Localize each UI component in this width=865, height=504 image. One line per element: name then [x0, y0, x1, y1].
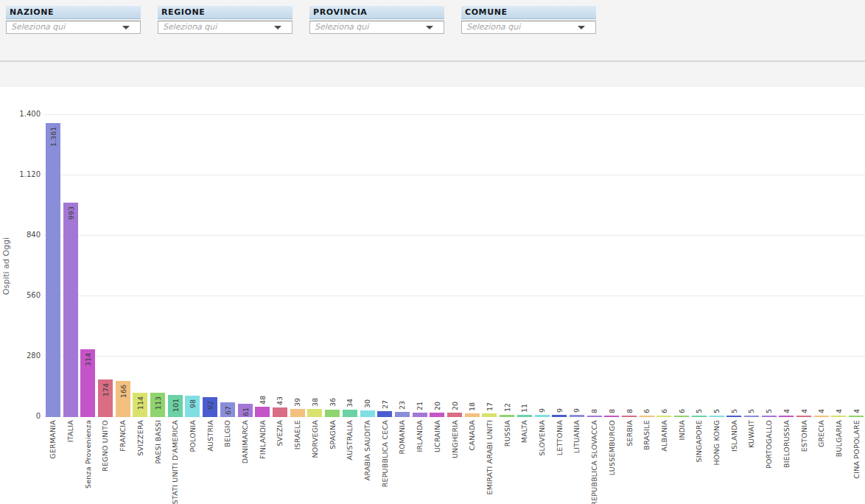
bar-emirati-arabi-uniti[interactable] [482, 413, 497, 417]
filter-dropdown-nazione[interactable]: Seleziona qui [6, 21, 141, 34]
bar-singapore[interactable] [692, 416, 707, 417]
bar-slot: 4 [778, 115, 796, 417]
x-axis-label: LETTONIA [556, 420, 564, 455]
chevron-down-icon [426, 26, 433, 29]
x-axis-label: SLOVENIA [538, 420, 546, 456]
bar-danimarca[interactable]: 61 [238, 404, 253, 417]
bar-svizzera[interactable]: 114 [133, 393, 147, 417]
x-label-slot: SPAGNA [323, 420, 341, 504]
bar-australia[interactable] [343, 410, 357, 417]
bar-hong-kong[interactable] [710, 416, 724, 417]
bar-serbia[interactable] [622, 416, 637, 417]
bar-repubblica-ceca[interactable] [377, 411, 392, 417]
x-axis-label: AUSTRIA [206, 420, 214, 452]
dropdown-placeholder: Seleziona qui [7, 21, 140, 33]
bar-slovenia[interactable] [535, 415, 550, 417]
bar-stati-uniti-d-america[interactable]: 101 [168, 395, 183, 417]
bar-norvegia[interactable] [307, 409, 322, 417]
x-axis-label: SERBIA [626, 420, 634, 447]
x-axis-label: ISRAELE [293, 420, 301, 449]
bar-canada[interactable] [465, 413, 480, 417]
bar-romania[interactable] [395, 412, 410, 417]
bar-repubblica-slovacca[interactable] [587, 416, 602, 417]
bar-slot: 4 [813, 115, 830, 417]
bar-value-label: 8 [590, 409, 598, 413]
bar-polonia[interactable]: 98 [185, 396, 200, 417]
bar-bulgaria[interactable] [831, 416, 846, 417]
x-label-slot: LUSSEMBURGO [603, 420, 621, 504]
filter-dropdown-regione[interactable]: Seleziona qui [158, 21, 293, 34]
x-axis-label: NORVEGIA [311, 420, 319, 458]
bar-spagna[interactable] [325, 410, 340, 418]
filter-dropdown-comune[interactable]: Seleziona qui [461, 21, 596, 34]
bar-cina-popolare[interactable] [849, 416, 864, 417]
bar-ucraina[interactable] [430, 413, 444, 417]
bar-slot: 4 [830, 115, 848, 417]
bar-value-label: 9 [572, 408, 581, 413]
toolbar-divider [0, 60, 865, 62]
filter-header-label: NAZIONE [6, 6, 141, 19]
bar-svezia[interactable] [273, 407, 287, 417]
bar-kuwait[interactable] [744, 416, 759, 417]
bar-senza-provenienza[interactable]: 314 [80, 349, 95, 417]
bar-value-label: 174 [101, 383, 109, 396]
x-label-slot: KUWAIT [743, 420, 760, 504]
bar-bielorussia[interactable] [779, 416, 794, 417]
bar-india[interactable] [674, 416, 689, 417]
bar-portogallo[interactable] [762, 416, 777, 417]
x-axis-label: SINGAPORE [695, 420, 703, 462]
bar-slot: 18 [463, 115, 481, 417]
bar-albania[interactable] [656, 416, 671, 417]
x-label-slot: SINGAPORE [690, 420, 708, 504]
bar-value-label: 8 [608, 409, 616, 413]
bar-estonia[interactable] [796, 416, 811, 417]
bar-lituania[interactable] [570, 415, 584, 417]
bar-ungheria[interactable] [447, 413, 462, 417]
bar-brasile[interactable] [640, 416, 654, 417]
bar-paesi-bassi[interactable]: 113 [150, 393, 165, 417]
guests-by-nation-chart: Ospiti ad Oggi 02805608401.1201.400 1.36… [0, 87, 865, 504]
bar-germania[interactable]: 1.361 [46, 123, 60, 417]
bar-israele[interactable] [290, 409, 305, 417]
x-label-slot: ISRAELE [289, 420, 307, 504]
bar-lettonia[interactable] [552, 415, 567, 417]
bar-russia[interactable] [500, 415, 514, 418]
bar-grecia[interactable] [814, 416, 829, 417]
x-label-slot: GERMANIA [44, 420, 62, 504]
bar-francia[interactable]: 166 [116, 381, 130, 417]
x-axis-label: BELGIO [223, 420, 231, 447]
bar-islanda[interactable] [726, 416, 741, 417]
x-axis-label: SVEZIA [276, 420, 284, 447]
x-label-slot: INDIA [673, 420, 690, 504]
x-label-slot: CINA POPOLARE [847, 420, 865, 504]
bar-italia[interactable]: 993 [63, 203, 78, 417]
bar-value-label: 6 [642, 409, 651, 413]
x-label-slot: UNGHERIA [446, 420, 463, 504]
bar-slot: 9 [550, 115, 568, 417]
bar-value-label: 1.361 [49, 127, 57, 147]
bar-malta[interactable] [517, 415, 532, 417]
bar-value-label: 5 [765, 409, 773, 413]
bar-value-label: 4 [782, 409, 791, 413]
bar-value-label: 4 [852, 409, 861, 413]
filter-dropdown-provincia[interactable]: Seleziona qui [309, 21, 444, 34]
bar-arabia-saudita[interactable] [360, 410, 375, 417]
x-axis-label: BRASILE [642, 420, 651, 450]
bar-slot: 5 [708, 115, 726, 417]
bar-value-label: 4 [800, 409, 808, 413]
x-label-slot: SVEZIA [271, 420, 289, 504]
bar-regno-unito[interactable]: 174 [98, 379, 113, 417]
bar-finlandia[interactable] [255, 407, 270, 417]
bar-austria[interactable]: 92 [203, 397, 217, 417]
bar-slot: 39 [289, 115, 307, 417]
bar-value-label: 993 [66, 206, 74, 220]
y-tick-label: 1.120 [0, 170, 41, 179]
x-label-slot: BELGIO [219, 420, 237, 504]
x-label-slot: REGNO UNITO [97, 420, 114, 504]
bar-irlanda[interactable] [413, 413, 427, 417]
bar-slot: 48 [253, 115, 271, 417]
bar-lussemburgo[interactable] [604, 416, 619, 417]
bar-belgio[interactable]: 67 [220, 402, 235, 417]
bar-value-label: 4 [817, 409, 825, 413]
bar-slot: 98 [184, 115, 202, 417]
